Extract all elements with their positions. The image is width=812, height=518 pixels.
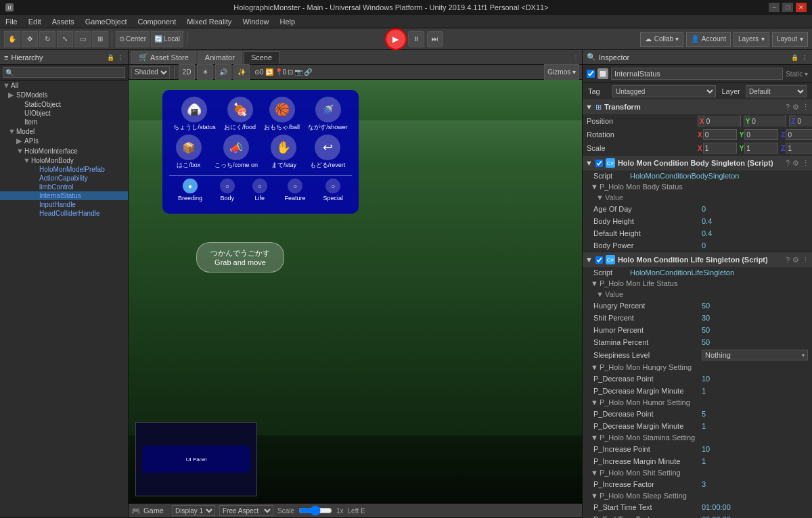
local-button[interactable]: 🔄 Local (151, 31, 183, 47)
hierarchy-more[interactable]: ⋮ (117, 53, 124, 61)
stamina-setting-header[interactable]: ▼ P_Holo Mon Stamina Setting (583, 432, 812, 443)
icon-ball[interactable]: 🏀 おもちゃ/ball (264, 97, 300, 132)
rect-tool[interactable]: ▭ (74, 31, 91, 47)
object-name-input[interactable] (611, 68, 783, 80)
icon-box[interactable]: 📦 はこ/box (176, 135, 202, 170)
move-tool[interactable]: ✥ (22, 31, 38, 47)
menu-gameobject[interactable]: GameObject (83, 18, 130, 26)
rot-y-input[interactable] (744, 129, 778, 140)
pos-y-input[interactable] (750, 116, 784, 126)
body-singleton-header[interactable]: ▼ C# Holo Mon Condition Body Singleton (… (583, 156, 812, 170)
step-button[interactable]: ⏭ (427, 31, 443, 47)
rot-z-input[interactable] (786, 129, 812, 140)
menu-edit[interactable]: Edit (26, 18, 44, 26)
menu-window[interactable]: Window (240, 18, 271, 26)
maximize-button[interactable]: □ (782, 3, 793, 12)
layout-dropdown[interactable]: Layout ▾ (772, 32, 808, 47)
icon-shower[interactable]: 🚿 ながす/shower (308, 97, 348, 132)
rot-z[interactable]: Z (781, 129, 812, 140)
collab-dropdown[interactable]: ☁ Collab ▾ (640, 32, 683, 47)
body-singleton-checkbox[interactable] (595, 160, 603, 167)
hand-tool[interactable]: ✋ (4, 31, 20, 47)
tag-select[interactable]: Untagged (612, 85, 716, 97)
rotate-tool[interactable]: ↻ (39, 31, 55, 47)
pos-x[interactable]: X (698, 116, 741, 126)
center-button[interactable]: ⊙ Center (116, 31, 150, 47)
menu-component[interactable]: Component (135, 18, 179, 26)
account-dropdown[interactable]: 👤 Account (686, 32, 731, 47)
tree-item-apis[interactable]: ▶ APIs (0, 136, 128, 146)
layers-dropdown[interactable]: Layers ▾ (734, 32, 769, 47)
transform-menu-icon[interactable]: ⋮ (802, 103, 809, 112)
icon-food[interactable]: 🍖 おにく/food (224, 97, 256, 132)
icon-come-on[interactable]: 📣 こっち/come on (215, 135, 258, 170)
transform-tool[interactable]: ⊞ (92, 31, 108, 47)
scale-y[interactable]: Y (740, 143, 779, 154)
tab-animator[interactable]: Animator (198, 51, 242, 64)
layer-select[interactable]: Default (746, 85, 807, 97)
transform-settings-icon[interactable]: ⚙ (792, 103, 799, 112)
object-active-checkbox[interactable] (587, 70, 595, 78)
tree-item-limb[interactable]: limbControl (0, 183, 128, 191)
tab-scene[interactable]: Scene (244, 51, 279, 64)
pos-x-input[interactable] (705, 116, 739, 126)
scale-z[interactable]: Z (781, 143, 812, 154)
tree-item-internal[interactable]: InternalStatus (0, 191, 128, 200)
tree-item-holomon[interactable]: ▼ HoloMonInterface (0, 146, 128, 156)
scale-tool[interactable]: ⤡ (57, 31, 73, 47)
tree-item-input[interactable]: InputHandle (0, 200, 128, 209)
tree-item-model[interactable]: ▼ Model (0, 126, 128, 136)
static-label[interactable]: Static ▾ (786, 70, 808, 78)
audio-button[interactable]: 🔊 (215, 64, 231, 80)
scale-y-input[interactable] (744, 143, 778, 154)
scale-z-input[interactable] (786, 143, 812, 154)
aspect-select[interactable]: Free Aspect (219, 505, 273, 516)
rot-y[interactable]: Y (740, 129, 779, 140)
life-status-header[interactable]: ▼ P_Holo Mon Life Status (583, 278, 812, 289)
transform-header[interactable]: ▼ ⊞ Transform ? ⚙ ⋮ (583, 99, 812, 114)
close-button[interactable]: ✕ (796, 3, 807, 12)
display-select[interactable]: Display 1 (172, 505, 215, 516)
rot-x[interactable]: X (698, 129, 737, 140)
menu-assets[interactable]: Assets (49, 18, 77, 26)
life-menu-icon[interactable]: ⋮ (802, 256, 809, 264)
tree-item-staticobj[interactable]: StaticObject (0, 100, 128, 109)
lighting-button[interactable]: ☀ (197, 64, 213, 80)
hungry-setting-header[interactable]: ▼ P_Holo Mon Hungry Setting (583, 362, 812, 373)
icon-revert[interactable]: ↩ もどる/revert (310, 135, 346, 170)
menu-file[interactable]: File (3, 18, 20, 26)
tab-body[interactable]: ○ Body (220, 179, 235, 202)
effects-button[interactable]: ✨ (233, 64, 250, 80)
icon-status[interactable]: 🍙 ちょうし/status (173, 97, 216, 132)
sleepiness-dropdown[interactable]: Nothing ▾ (702, 350, 808, 360)
body-settings-icon[interactable]: ⚙ (792, 159, 799, 168)
tab-feature[interactable]: ○ Feature (285, 179, 306, 202)
pos-z[interactable]: Z (789, 116, 812, 126)
menu-mixedreality[interactable]: Mixed Reality (184, 18, 234, 26)
minimize-button[interactable]: – (769, 3, 780, 12)
body-help-icon[interactable]: ? (786, 159, 790, 168)
shaded-select[interactable]: Shaded (131, 66, 170, 78)
transform-help-icon[interactable]: ? (786, 103, 790, 112)
body-value-header[interactable]: ▼ Value (583, 192, 812, 203)
tab-asset-store[interactable]: 🛒 Asset Store (131, 51, 196, 64)
tree-item-sdmodels[interactable]: ▶ SDModels (0, 90, 128, 100)
play-button[interactable]: ▶ (386, 30, 405, 49)
sleep-setting-header[interactable]: ▼ P_Holo Mon Sleep Setting (583, 490, 812, 501)
tree-item-prefab[interactable]: HoloMonModelPrefab (0, 165, 128, 174)
tree-item-action[interactable]: ActionCapability (0, 174, 128, 183)
hierarchy-search[interactable] (3, 67, 125, 78)
life-value-header[interactable]: ▼ Value (583, 289, 812, 300)
scale-slider[interactable] (298, 505, 332, 516)
tree-item-uiobject[interactable]: UIObject (0, 109, 128, 118)
scene-more-icon[interactable]: ⋮ (572, 53, 579, 61)
tab-special[interactable]: ○ Special (323, 179, 344, 202)
pos-y[interactable]: Y (744, 116, 787, 126)
tab-life[interactable]: ○ Life (252, 179, 267, 202)
inspector-more[interactable]: ⋮ (801, 53, 808, 61)
body-menu-icon[interactable]: ⋮ (802, 159, 809, 168)
tree-item-head[interactable]: HeadColliderHandle (0, 209, 128, 218)
gizmos-button[interactable]: Gizmos ▾ (544, 64, 579, 80)
life-singleton-checkbox[interactable] (595, 256, 603, 264)
icon-stay[interactable]: ✋ まて/stay (271, 135, 296, 170)
